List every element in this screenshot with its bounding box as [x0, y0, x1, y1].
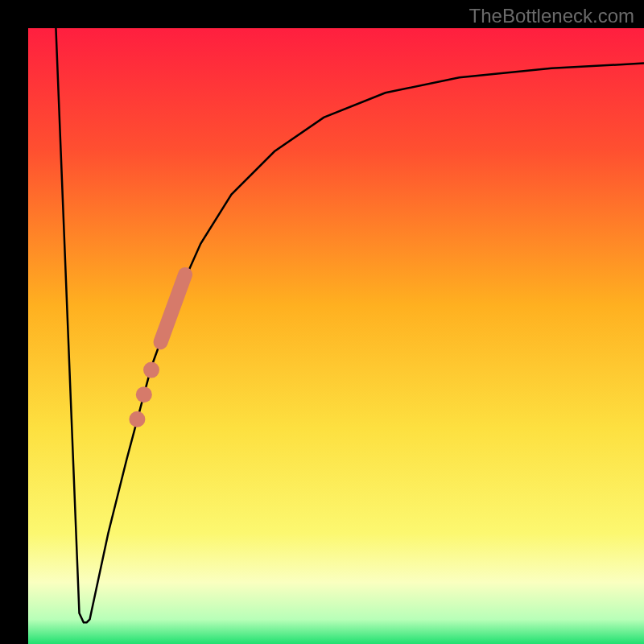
watermark-text: TheBottleneck.com: [469, 5, 634, 27]
chart-container: TheBottleneck.com: [0, 0, 644, 644]
svg-rect-1: [28, 28, 644, 644]
highlight-dot: [143, 362, 159, 378]
bottleneck-chart: [0, 0, 644, 644]
highlight-dot: [136, 386, 152, 402]
highlight-dot: [129, 411, 145, 427]
